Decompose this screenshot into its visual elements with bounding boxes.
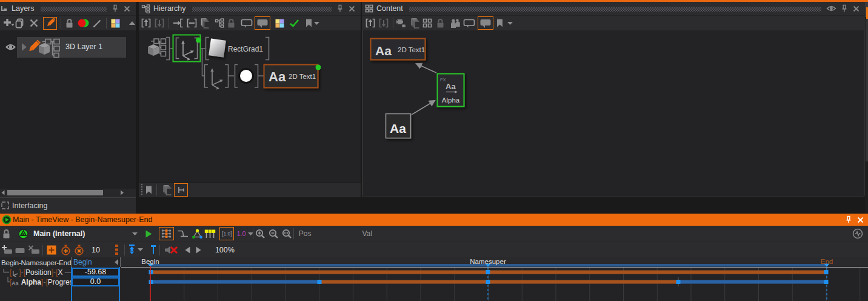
snap-vertical-icon[interactable] — [129, 244, 135, 255]
stack-icon[interactable] — [409, 18, 420, 29]
zoom-out-icon[interactable] — [269, 229, 279, 239]
grid4-icon[interactable] — [422, 18, 432, 28]
tree-small-icon[interactable] — [215, 18, 225, 29]
node-2d-text[interactable]: Aa 2D Text1 — [264, 65, 321, 88]
node-text-source[interactable]: Aa — [386, 114, 411, 138]
track-group-name[interactable]: Position — [25, 268, 52, 277]
animated-segment-bar[interactable] — [319, 280, 677, 284]
static-segment-bar[interactable] — [677, 280, 826, 284]
hierarchy-canvas[interactable]: RectGrad1 — [139, 30, 361, 182]
rig-triangle-icon[interactable] — [192, 229, 203, 239]
zoom-in-icon[interactable] — [255, 229, 265, 239]
close-icon[interactable] — [852, 5, 860, 13]
node-rectgrad-label[interactable]: RectGrad1 — [228, 45, 263, 53]
keyframe[interactable] — [149, 280, 153, 284]
node-3d-layer-icon[interactable] — [148, 39, 166, 56]
visibility-circles-icon[interactable] — [77, 18, 90, 28]
lock-icon[interactable] — [227, 18, 236, 29]
node-alpha-effect[interactable]: FX Aa Alpha — [438, 74, 464, 107]
bubble-outline-icon[interactable] — [463, 18, 475, 29]
close-icon[interactable] — [856, 216, 864, 224]
track-label-row[interactable]: [Aa Alpha]-[Progres — [0, 277, 71, 286]
pin-icon[interactable] — [336, 4, 344, 13]
expand-arrow-icon[interactable] — [22, 43, 27, 51]
keyframe[interactable] — [149, 270, 153, 274]
prev-frame-icon[interactable] — [184, 246, 191, 254]
delete-track-icon[interactable] — [28, 245, 40, 255]
node-transform[interactable] — [210, 69, 223, 90]
keyframe[interactable] — [486, 280, 490, 284]
scroll-left-icon[interactable] — [2, 191, 5, 195]
stopwatch-remove-icon[interactable] — [74, 245, 84, 255]
static-segment-bar[interactable] — [151, 280, 319, 284]
state-machine-icon[interactable] — [18, 229, 28, 239]
node-transform-selected[interactable] — [173, 35, 202, 62]
lock-icon[interactable] — [65, 18, 74, 29]
play-icon[interactable] — [145, 229, 153, 238]
frame-count[interactable]: 10 — [92, 246, 100, 254]
track-label-row[interactable]: []-[Position]-[X — — [0, 267, 71, 277]
column-separator[interactable] — [120, 257, 121, 267]
hscroll-thumb[interactable] — [7, 190, 103, 195]
close-icon[interactable] — [348, 5, 356, 13]
lock-icon[interactable] — [436, 18, 445, 29]
import-down-icon[interactable] — [154, 18, 165, 29]
palette-icon[interactable] — [110, 18, 121, 29]
visibility-eye-icon[interactable] — [7, 45, 15, 49]
autokey-waveform-icon[interactable] — [852, 228, 863, 239]
flag-node-icon[interactable] — [395, 18, 407, 29]
caret-down-icon[interactable] — [507, 21, 513, 25]
people-icon[interactable] — [450, 18, 461, 29]
bubble-filled-icon[interactable] — [478, 16, 493, 30]
extract-h-icon[interactable] — [186, 18, 198, 28]
keyframe-value-field[interactable]: 0.0 — [72, 277, 119, 286]
grip-dots-icon[interactable] — [115, 244, 119, 255]
flag-icon[interactable] — [496, 18, 504, 28]
keyframe-value-field[interactable]: -59.68 — [72, 268, 119, 277]
layers-panel-header[interactable]: Layers — [0, 2, 136, 15]
content-panel-header[interactable]: Content — [362, 2, 865, 15]
right-strip-scroll[interactable] — [866, 19, 868, 161]
pin-icon[interactable] — [845, 215, 852, 224]
keyframe[interactable] — [486, 270, 490, 274]
bubble-outline-icon[interactable] — [241, 18, 253, 29]
layers-list[interactable]: 3D Layer 1 — [0, 30, 136, 189]
tbar-icon[interactable] — [174, 183, 188, 197]
check-green-icon[interactable] — [289, 19, 299, 27]
track-box-icon[interactable] — [15, 245, 25, 255]
layer-row[interactable]: 3D Layer 1 — [0, 37, 136, 58]
time-cursor-icon[interactable] — [150, 245, 157, 255]
export-up-icon[interactable] — [141, 18, 152, 29]
panel-drag-texture[interactable] — [409, 7, 821, 12]
hierarchy-panel-header[interactable]: Hierarchy — [139, 2, 361, 15]
add-track-icon[interactable] — [1, 245, 13, 255]
draw-line-icon[interactable] — [92, 18, 102, 29]
insert-right-icon[interactable] — [173, 18, 184, 28]
node-2d-text[interactable]: Aa 2D Text1 — [371, 39, 426, 60]
interfacing-panel-tab[interactable]: Interfacing — [0, 197, 136, 214]
pin-icon[interactable] — [841, 4, 848, 13]
frame-scale-box[interactable]: [1.0] — [219, 227, 234, 240]
keyframe[interactable] — [318, 280, 322, 284]
export-up-icon[interactable] — [365, 18, 376, 29]
mute-audio-icon[interactable] — [164, 245, 178, 255]
eye-icon[interactable] — [826, 5, 836, 12]
node-rectgrad[interactable] — [209, 38, 226, 57]
pin-icon[interactable] — [112, 4, 119, 13]
stack-icon[interactable] — [161, 184, 172, 195]
content-canvas[interactable]: Aa 2D Text1 FX Aa Alpha Aa — [362, 30, 864, 197]
import-down-icon[interactable] — [378, 18, 389, 29]
zoom-reset-icon[interactable] — [282, 229, 292, 239]
add-layer-icon[interactable] — [2, 18, 15, 29]
next-frame-icon[interactable] — [195, 246, 202, 254]
dopesheet-mode-icon[interactable] — [159, 227, 174, 240]
lock-icon[interactable] — [2, 229, 11, 239]
scroll-right-icon[interactable] — [121, 191, 124, 195]
curve-mode-icon[interactable] — [177, 229, 189, 238]
layer-name[interactable]: 3D Layer 1 — [65, 42, 102, 51]
keyframe[interactable] — [824, 270, 829, 274]
speed-value[interactable]: 1.0 — [236, 230, 245, 237]
flag-icon[interactable] — [145, 185, 153, 195]
stopwatch-add-icon[interactable] — [61, 245, 71, 255]
bubble-filled-icon[interactable] — [255, 16, 270, 30]
